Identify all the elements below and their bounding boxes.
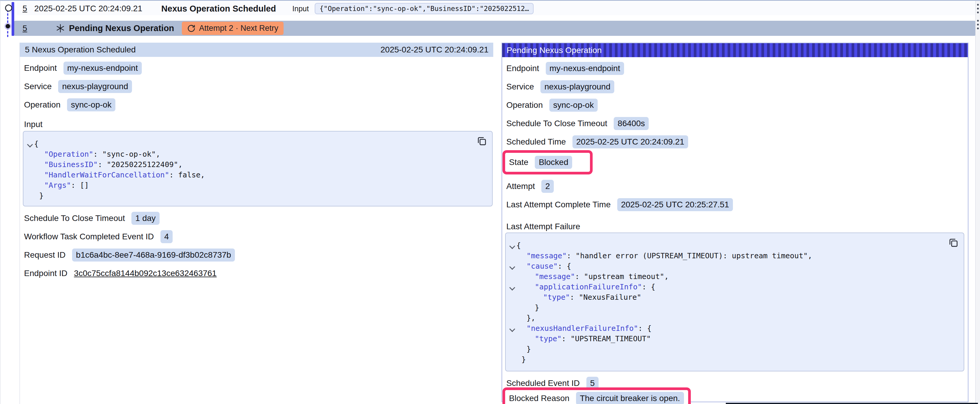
json-text: "BusinessID": "20250225122409", <box>24 160 183 169</box>
json-line: } <box>24 190 492 201</box>
json-text: } <box>506 355 526 364</box>
field-value-chip: my-nexus-endpoint <box>546 62 624 75</box>
json-line: } <box>506 303 964 313</box>
failure-section-label: Last Attempt Failure <box>506 222 968 231</box>
field-label: Scheduled Event ID <box>506 379 580 388</box>
left-panel-title: 5 Nexus Operation Scheduled <box>25 45 136 54</box>
field-label: Endpoint <box>24 63 57 73</box>
json-text: "HandlerWaitForCancellation": false, <box>24 171 205 179</box>
field-label: Service <box>506 82 534 92</box>
field-label: Schedule To Close Timeout <box>24 214 125 223</box>
field-value-chip: sync-op-ok <box>67 98 115 111</box>
field-row-workflow-task-completed-event-id: Workflow Task Completed Event ID4 <box>24 230 493 243</box>
field-label: Workflow Task Completed Event ID <box>24 232 154 241</box>
json-text: } <box>24 191 44 200</box>
json-text: "type": "UPSTREAM_TIMEOUT" <box>506 334 651 343</box>
json-text: "Args": [] <box>24 181 89 190</box>
input-section-label: Input <box>24 120 493 129</box>
field-value-chip: Blocked <box>535 156 572 169</box>
input-json-lines: {"Operation": "sync-op-ok","BusinessID":… <box>24 131 492 201</box>
json-line: "Args": [] <box>24 180 492 190</box>
field-value-chip: 4 <box>161 230 173 243</box>
field-value-chip: 1 day <box>131 212 159 225</box>
scheduled-event-detail-panel: 5 Nexus Operation Scheduled 2025-02-25 U… <box>19 43 493 404</box>
asterisk-icon <box>56 24 65 33</box>
field-value-chip: The circuit breaker is open. <box>576 392 684 404</box>
json-line: "message": "upstream timeout", <box>506 271 964 282</box>
drag-grip-icon[interactable] <box>977 20 979 32</box>
field-value-chip: nexus-playground <box>541 80 614 93</box>
left-panel-timestamp: 2025-02-25 UTC 20:24:09.21 <box>380 45 488 54</box>
field-row-endpoint: Endpointmy-nexus-endpoint <box>506 62 968 75</box>
field-label: Operation <box>24 100 60 109</box>
field-value-chip: nexus-playground <box>58 80 132 93</box>
field-row-schedule-to-close-timeout: Schedule To Close Timeout86400s <box>506 117 968 130</box>
pending-operation-panel: Pending Nexus Operation Endpointmy-nexus… <box>501 43 969 402</box>
json-line: } <box>506 354 964 364</box>
json-line: "message": "handler error (UPSTREAM_TIME… <box>506 250 964 261</box>
field-label: Schedule To Close Timeout <box>506 119 607 128</box>
event-id-link[interactable]: 5 <box>22 24 27 33</box>
json-line: "BusinessID": "20250225122409", <box>24 159 492 170</box>
field-row-endpoint: Endpointmy-nexus-endpoint <box>24 62 493 74</box>
field-value-chip: sync-op-ok <box>549 99 598 112</box>
json-line: "cause": { <box>506 261 964 271</box>
field-row-scheduled-time: Scheduled Time2025-02-25 UTC 20:24:09.21 <box>506 135 968 148</box>
left-panel-header: 5 Nexus Operation Scheduled 2025-02-25 U… <box>20 43 493 57</box>
json-line: "HandlerWaitForCancellation": false, <box>24 170 492 180</box>
field-row-operation: Operationsync-op-ok <box>506 99 968 112</box>
field-value-link[interactable]: 3c0c75ccfa8144b092c13ce632463761 <box>74 269 216 278</box>
field-label: Endpoint <box>506 64 539 73</box>
drag-grip-icon[interactable] <box>977 4 979 16</box>
json-text: "type": "NexusFailure" <box>506 293 641 301</box>
right-panel-fields-top: Endpointmy-nexus-endpointServicenexus-pl… <box>502 62 968 211</box>
field-label: State <box>509 158 528 167</box>
event-id-link[interactable]: 5 <box>22 4 27 13</box>
pending-event-name: Pending Nexus Operation <box>69 24 174 33</box>
field-row-request-id: Request IDb1c6a4bc-8ee7-468a-9169-df3b02… <box>24 249 493 261</box>
event-timestamp: 2025-02-25 UTC 20:24:09.21 <box>34 4 142 13</box>
event-row-scheduled[interactable]: 5 2025-02-25 UTC 20:24:09.21 Nexus Opera… <box>17 2 975 15</box>
json-line: } <box>506 344 964 354</box>
json-line: { <box>24 139 492 149</box>
field-value-chip: 86400s <box>614 117 649 130</box>
field-row-service: Servicenexus-playground <box>506 80 968 93</box>
left-panel-fields-bottom: Schedule To Close Timeout1 dayWorkflow T… <box>20 212 493 280</box>
highlight-annotation: Blocked ReasonThe circuit breaker is ope… <box>503 387 691 404</box>
field-label: Endpoint ID <box>24 269 67 278</box>
json-text: "nexusHandlerFailureInfo": { <box>506 324 651 333</box>
field-label: Blocked Reason <box>509 394 570 403</box>
event-name: Nexus Operation Scheduled <box>161 4 276 14</box>
field-row-operation: Operationsync-op-ok <box>24 98 493 111</box>
json-line: "type": "NexusFailure" <box>506 292 964 303</box>
json-text: "message": "handler error (UPSTREAM_TIME… <box>506 252 812 260</box>
event-row-pending[interactable]: 5 Pending Nexus Operation Attempt 2 · Ne… <box>14 21 975 36</box>
window-bottom-edge <box>726 403 978 404</box>
refresh-icon <box>187 24 196 33</box>
field-label: Operation <box>506 100 543 110</box>
right-panel-header: Pending Nexus Operation <box>502 43 968 57</box>
right-panel-fields-bottom: Scheduled Event ID5Blocked ReasonThe cir… <box>502 377 968 404</box>
field-label: Last Attempt Complete Time <box>506 200 611 209</box>
circle-outline-icon <box>5 5 12 11</box>
field-value-chip: 2 <box>541 180 554 193</box>
json-text: } <box>506 345 531 353</box>
json-line: "nexusHandlerFailureInfo": { <box>506 323 964 334</box>
json-text: } <box>506 303 539 312</box>
retry-status-badge: Attempt 2 · Next Retry <box>182 22 283 35</box>
field-row-blocked-reason: Blocked ReasonThe circuit breaker is ope… <box>506 387 968 404</box>
json-text: "message": "upstream timeout", <box>506 272 669 281</box>
field-label: Attempt <box>506 182 535 191</box>
field-value-chip: b1c6a4bc-8ee7-468a-9169-df3b02c8737b <box>72 249 235 261</box>
field-label: Scheduled Time <box>506 137 566 147</box>
field-row-endpoint-id: Endpoint ID3c0c75ccfa8144b092c13ce632463… <box>24 267 493 280</box>
input-preview-chip: {"Operation":"sync-op-ok","BusinessID":"… <box>315 3 534 14</box>
input-label: Input <box>293 5 309 13</box>
field-row-service: Servicenexus-playground <box>24 80 493 93</box>
left-panel-fields-top: Endpointmy-nexus-endpointServicenexus-pl… <box>20 62 493 111</box>
json-text: }, <box>506 314 535 322</box>
json-text: "cause": { <box>506 262 571 271</box>
field-row-schedule-to-close-timeout: Schedule To Close Timeout1 day <box>24 212 493 225</box>
retry-badge-label: Attempt 2 · Next Retry <box>199 24 278 33</box>
json-line: "Operation": "sync-op-ok", <box>24 149 492 159</box>
